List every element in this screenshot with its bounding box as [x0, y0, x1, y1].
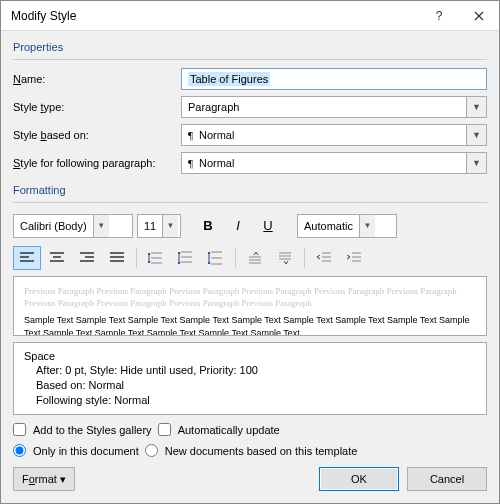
align-right-button[interactable] [73, 246, 101, 270]
chevron-down-icon: ▼ [466, 153, 486, 173]
decrease-indent-button[interactable] [310, 246, 338, 270]
align-justify-button[interactable] [103, 246, 131, 270]
titlebar: Modify Style ? [1, 1, 499, 31]
chevron-down-icon: ▼ [466, 97, 486, 117]
paragraph-icon: ¶ [188, 129, 193, 141]
font-color-select[interactable]: Automatic ▼ [297, 214, 397, 238]
double-spacing-button[interactable] [202, 246, 230, 270]
based-on-label: Style based on: [13, 129, 175, 141]
single-spacing-button[interactable] [142, 246, 170, 270]
properties-heading: Properties [13, 41, 487, 53]
underline-button[interactable]: U [255, 214, 281, 238]
help-button[interactable]: ? [419, 1, 459, 31]
name-label: Name: [13, 73, 175, 85]
add-gallery-checkbox[interactable]: Add to the Styles gallery [13, 423, 152, 436]
chevron-down-icon: ▼ [162, 215, 178, 237]
cancel-button[interactable]: Cancel [407, 467, 487, 491]
bold-button[interactable]: B [195, 214, 221, 238]
ok-button[interactable]: OK [319, 467, 399, 491]
onehalf-spacing-button[interactable] [172, 246, 200, 270]
align-left-button[interactable] [13, 246, 41, 270]
auto-update-checkbox[interactable]: Automatically update [158, 423, 280, 436]
format-button[interactable]: Format ▾ [13, 467, 75, 491]
space-after-button[interactable] [271, 246, 299, 270]
align-center-button[interactable] [43, 246, 71, 270]
style-summary: Space After: 0 pt, Style: Hide until use… [13, 342, 487, 415]
formatting-heading: Formatting [13, 184, 487, 196]
chevron-down-icon: ▼ [93, 215, 109, 237]
only-in-document-radio[interactable]: Only in this document [13, 444, 139, 457]
modify-style-dialog: Modify Style ? Properties Name: Table of… [0, 0, 500, 504]
italic-button[interactable]: I [225, 214, 251, 238]
chevron-down-icon: ▼ [359, 215, 375, 237]
window-title: Modify Style [11, 9, 419, 23]
style-type-select[interactable]: Paragraph ▼ [181, 96, 487, 118]
close-button[interactable] [459, 1, 499, 31]
preview-box: Previous Paragraph Previous Paragraph Pr… [13, 276, 487, 336]
based-on-select[interactable]: ¶ Normal ▼ [181, 124, 487, 146]
following-label: Style for following paragraph: [13, 157, 175, 169]
increase-indent-button[interactable] [340, 246, 368, 270]
new-docs-radio[interactable]: New documents based on this template [145, 444, 358, 457]
following-select[interactable]: ¶ Normal ▼ [181, 152, 487, 174]
space-before-button[interactable] [241, 246, 269, 270]
name-input[interactable]: Table of Figures [181, 68, 487, 90]
style-type-label: Style type: [13, 101, 175, 113]
font-family-select[interactable]: Calibri (Body) ▼ [13, 214, 133, 238]
font-size-select[interactable]: 11 ▼ [137, 214, 181, 238]
chevron-down-icon: ▼ [466, 125, 486, 145]
paragraph-icon: ¶ [188, 157, 193, 169]
